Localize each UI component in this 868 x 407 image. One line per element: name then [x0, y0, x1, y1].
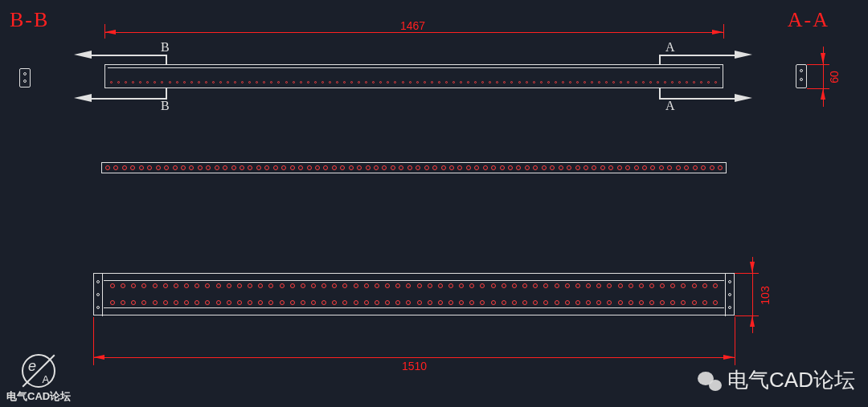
hole-icon [516, 165, 521, 170]
hole-icon [125, 81, 127, 83]
hole-icon [567, 165, 571, 170]
hole-icon [449, 165, 454, 170]
hole-icon [510, 81, 513, 83]
hole-icon [110, 283, 115, 288]
hole-icon [481, 81, 484, 83]
hole-icon [357, 165, 362, 170]
hole-icon [281, 165, 286, 170]
section-cut-label-a-top: A [665, 40, 675, 55]
dim-value-top: 1467 [400, 19, 425, 32]
hole-icon [227, 300, 231, 305]
hole-icon [424, 165, 429, 170]
hole-icon [543, 300, 548, 305]
hole-icon [416, 165, 420, 170]
hole-icon [526, 81, 528, 83]
hole-icon [342, 300, 347, 305]
hole-icon [349, 165, 354, 170]
hole-icon [469, 300, 474, 305]
hole-icon [618, 283, 623, 288]
hole-icon [189, 165, 194, 170]
hole-icon [650, 165, 655, 170]
hole-icon [174, 283, 178, 288]
hole-icon [586, 300, 591, 305]
dim-value-103: 103 [759, 286, 772, 304]
hole-icon [394, 81, 396, 83]
hole-icon [555, 300, 559, 305]
logo-bottom-left: e A 电气CAD论坛 [6, 354, 71, 404]
hole-icon [448, 283, 453, 288]
hole-icon [483, 165, 488, 170]
hole-icon [441, 165, 446, 170]
hole-icon [139, 165, 144, 170]
hole-icon [448, 300, 453, 305]
hole-icon [660, 283, 665, 288]
hole-icon [565, 283, 570, 288]
hole-icon [399, 165, 403, 170]
hole-icon [387, 81, 389, 83]
section-cut-arrow [74, 51, 92, 59]
hole-icon [293, 81, 295, 83]
hole-icon [569, 81, 571, 83]
hole-icon [350, 81, 353, 83]
hole-icon [141, 300, 146, 305]
watermark-text: 电气CAD论坛 [727, 366, 855, 394]
hole-icon [438, 300, 443, 305]
hole-icon [586, 283, 591, 288]
hole-icon [154, 81, 156, 83]
hole-icon [190, 81, 193, 83]
hole-icon [321, 81, 324, 83]
hole-icon [343, 81, 346, 83]
hole-icon [598, 81, 600, 83]
hole-icon [512, 283, 517, 288]
hole-icon [301, 300, 305, 305]
hole-icon [670, 283, 675, 288]
hole-icon [146, 81, 149, 83]
hole-icon [684, 165, 689, 170]
hole-icon [503, 81, 506, 83]
hole-icon [110, 81, 113, 83]
hole-icon [522, 300, 527, 305]
hole-icon [642, 165, 647, 170]
hole-icon [395, 283, 400, 288]
hole-icon [634, 165, 639, 170]
hole-icon [375, 300, 379, 305]
hole-icon [575, 283, 580, 288]
hole-icon [301, 283, 305, 288]
hole-icon [256, 165, 261, 170]
hole-icon [280, 300, 285, 305]
hole-icon [258, 300, 263, 305]
dim-ext-line [807, 88, 829, 89]
hole-icon [692, 300, 697, 305]
hole-icon [198, 165, 203, 170]
hole-icon [194, 300, 199, 305]
hole-icon [627, 81, 629, 83]
dim-arrow [750, 315, 755, 327]
section-cut-label-b-top: B [161, 40, 170, 55]
hole-icon [480, 283, 485, 288]
hole-icon [417, 300, 422, 305]
hole-icon [592, 165, 596, 170]
hole-icon [323, 165, 328, 170]
hole-icon [372, 81, 375, 83]
dim-ext-line [807, 64, 829, 65]
hole-icon [164, 165, 169, 170]
hole-icon [212, 81, 215, 83]
hole-icon [670, 300, 675, 305]
hole-icon [466, 165, 471, 170]
hole-icon [713, 283, 718, 288]
hole-icon [130, 165, 135, 170]
section-cut-arrow [74, 94, 92, 102]
dim-arrow [93, 355, 104, 360]
hole-icon [342, 283, 347, 288]
hole-icon [467, 81, 469, 83]
hole-icon [512, 300, 517, 305]
hole-icon [379, 81, 382, 83]
hole-icon [659, 165, 664, 170]
hole-icon [522, 283, 527, 288]
hole-icon [718, 165, 723, 170]
hole-icon [678, 81, 681, 83]
hole-icon [298, 165, 303, 170]
hole-icon [329, 81, 331, 83]
hole-icon [354, 300, 358, 305]
hole-icon [642, 81, 645, 83]
